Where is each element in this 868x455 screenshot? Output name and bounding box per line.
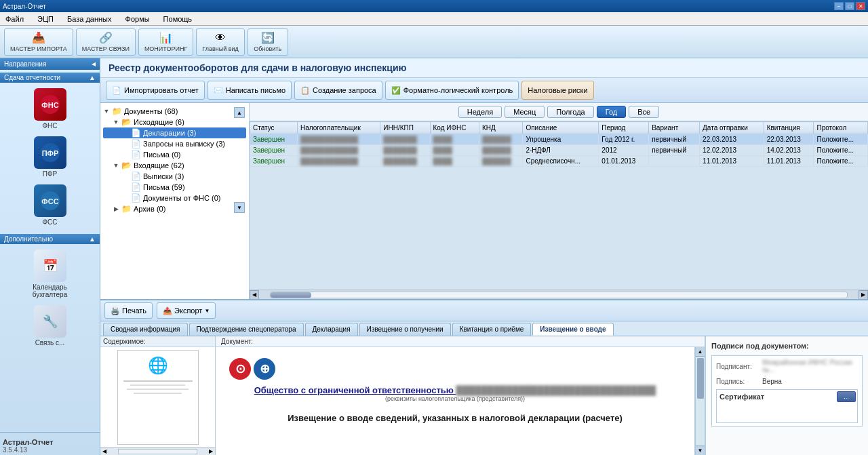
menu-forms[interactable]: Формы (123, 14, 153, 24)
tree-node-requests[interactable]: 📄 Запросы на выписку (3) (103, 138, 246, 149)
letters-out-icon: 📄 (131, 150, 141, 159)
master-import-icon: 📥 (32, 31, 45, 44)
declarations-folder-icon: 📄 (131, 128, 141, 138)
desc-cell: Среднесписочн... (523, 156, 599, 167)
sidebar-bottom: Астрал-Отчет 3.5.4.13 (0, 432, 100, 455)
sidebar-directions-header: Направления ◀ (0, 58, 100, 70)
variant-cell: первичный (649, 145, 700, 156)
toolbar-master-svyaz[interactable]: 🔗 МАСТЕР СВЯЗИ (76, 28, 136, 56)
sidebar-item-svyaz[interactable]: 🔧 Связь с... (3, 302, 97, 349)
tab-receipt[interactable]: Квитанция о приёме (452, 323, 532, 336)
scroll-left-arrow[interactable]: ◀ (250, 290, 259, 300)
outgoing-folder-icon: 📂 (121, 117, 132, 127)
table-scrollbar[interactable]: ◀ ▶ (250, 290, 868, 299)
doc-scroll-thumb[interactable] (697, 358, 704, 399)
data-table: Статус Налогоплательщик ИНН/КПП Код ИФНС… (250, 121, 868, 290)
doc-thumb-icon: 🌐 (148, 356, 168, 375)
bottom-tabs: Сводная информация Подтверждение спецопе… (100, 321, 868, 336)
doc-scroll-down-arrow[interactable]: ▼ (696, 446, 705, 455)
col-period: Период (599, 122, 649, 134)
tree-node-letters-in[interactable]: 📄 Письма (59) (103, 182, 246, 193)
preview-scroll[interactable]: ◀ ▶ (100, 447, 215, 455)
doc-company-sub: (реквизиты налогоплательщика (представит… (229, 395, 681, 402)
sidebar-item-fss[interactable]: ФСС ФСС (3, 182, 97, 229)
menu-file[interactable]: Файл (3, 14, 26, 24)
col-taxpayer: Налогоплательщик (298, 122, 380, 134)
toolbar-master-import[interactable]: 📥 МАСТЕР ИМПОРТА (4, 28, 73, 56)
menu-database[interactable]: База данных (64, 14, 115, 24)
print-icon: 🖨️ (111, 306, 120, 315)
tree-node-outgoing[interactable]: ▼ 📂 Исходящие (6) (103, 117, 246, 127)
svg-text:ФСС: ФСС (41, 197, 58, 205)
period-month-button[interactable]: Месяц (505, 106, 545, 118)
tree-node-docs[interactable]: ▼ 📁 Документы (68) (103, 106, 246, 117)
tab-entry-notice[interactable]: Извещение о вводе (532, 323, 613, 336)
maximize-button[interactable]: □ (845, 2, 854, 10)
doc-company-block: Общество с ограниченной ответственностью… (229, 385, 681, 402)
menu-ecp[interactable]: ЭЦП (35, 14, 56, 24)
table-row[interactable]: Завершен ████████████ ███████ ████ █████… (250, 134, 868, 145)
extracts-icon: 📄 (131, 172, 141, 181)
tree-node-fns-docs[interactable]: 📄 Документы от ФНС (0) (103, 193, 246, 203)
sidebar-item-pfr[interactable]: ПФР ПФР (3, 134, 97, 180)
cert-button[interactable]: ... (837, 391, 856, 402)
doc-view-scroll[interactable]: ▲ ▼ (695, 347, 705, 455)
tab-declaration[interactable]: Декларация (305, 323, 358, 336)
period-halfyear-button[interactable]: Полгода (547, 106, 593, 118)
calendar-label: Календарьбухгалтера (33, 283, 67, 298)
master-svyaz-label: МАСТЕР СВЯЗИ (82, 45, 130, 52)
sig-box: Подписант: Межрайонная ИФНС России №... … (711, 355, 863, 427)
minimize-button[interactable]: − (834, 2, 844, 10)
scroll-right-arrow[interactable]: ▶ (859, 290, 868, 300)
scroll-thumb[interactable] (271, 292, 311, 298)
table-row[interactable]: Завершен ████████████ ███████ ████ █████… (250, 145, 868, 156)
knd-cell: ██████ (479, 156, 523, 167)
toolbar-obnovit[interactable]: 🔄 Обновить (248, 28, 288, 56)
tab-summary[interactable]: Сводная информация (103, 323, 188, 336)
tree-node-incoming[interactable]: ▼ 📂 Входящие (62) (103, 160, 246, 171)
receipt-cell: 14.02.2013 (764, 145, 814, 156)
title-bar-controls: − □ ✕ (834, 2, 865, 10)
close-button[interactable]: ✕ (856, 2, 865, 10)
signer-label: Подписант: (716, 363, 760, 370)
signatures-panel: Подписи под документом: Подписант: Межра… (705, 336, 868, 455)
period-week-button[interactable]: Неделя (458, 106, 502, 118)
col-protocol: Протокол (814, 122, 868, 134)
menu-bar: Файл ЭЦП База данных Формы Помощь (0, 12, 868, 26)
desc-cell: 2-НДФЛ (523, 145, 599, 156)
menu-help[interactable]: Помощь (161, 14, 195, 24)
print-button[interactable]: 🖨️ Печать (104, 302, 153, 319)
period-year-button[interactable]: Год (597, 106, 627, 118)
create-request-button[interactable]: 📋 Создание запроса (294, 81, 382, 100)
tab-receipt-notice[interactable]: Извещение о получении (359, 323, 451, 336)
period-all-button[interactable]: Все (629, 106, 659, 118)
toolbar-monitoring[interactable]: 📊 МОНИТОРИНГ (138, 28, 193, 56)
tax-risks-button[interactable]: Налоговые риски (521, 81, 593, 100)
sidebar-item-fns[interactable]: ФНС ФНС (3, 85, 97, 132)
import-report-button[interactable]: 📄 Импортировать отчет (106, 81, 205, 100)
table-row[interactable]: Завершен ████████████ ███████ ████ █████… (250, 156, 868, 167)
sidebar-toggle[interactable]: ◀ (92, 61, 96, 67)
sidebar-additional-label: Дополнительно ▲ (0, 234, 100, 244)
tree-node-extracts[interactable]: 📄 Выписки (3) (103, 171, 246, 182)
taxpayer-cell: ████████████ (298, 145, 380, 156)
write-letter-button[interactable]: ✉️ Написать письмо (208, 81, 292, 100)
code-ifns-cell: ████ (430, 156, 479, 167)
toolbar-glavny-vid[interactable]: 👁 Главный вид (196, 28, 244, 56)
calendar-icon: 📅 (34, 250, 66, 282)
tree-node-letters-out[interactable]: 📄 Письма (0) (103, 149, 246, 160)
letters-in-label: Письма (59) (143, 183, 185, 191)
tab-operator[interactable]: Подтверждение спецоператора (189, 323, 304, 336)
fns-docs-icon: 📄 (131, 193, 141, 203)
export-button[interactable]: 📤 Экспорт ▼ (157, 302, 216, 319)
tree-scroll-up[interactable]: ▲ (234, 107, 245, 118)
tree-node-archive[interactable]: ▶ 📁 Архив (0) (103, 203, 246, 214)
tree-panel: ▲ ▼ 📁 Документы (68) ▼ 📂 Исходящие (6) (100, 103, 250, 299)
incoming-label: Входящие (62) (134, 161, 184, 170)
pfr-icon: ПФР (34, 136, 66, 169)
tree-scroll-down[interactable]: ▼ (234, 202, 245, 213)
format-control-button[interactable]: ✅ Форматно-логический контроль (385, 81, 519, 100)
tree-node-declarations[interactable]: 📄 Декларации (3) (103, 127, 246, 138)
doc-scroll-up-arrow[interactable]: ▲ (696, 347, 705, 357)
sidebar-item-calendar[interactable]: 📅 Календарьбухгалтера (3, 247, 97, 301)
